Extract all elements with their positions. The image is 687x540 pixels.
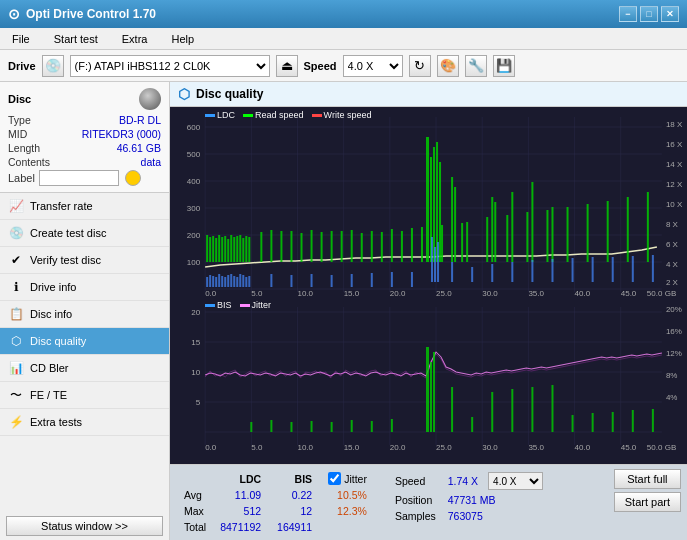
start-full-button[interactable]: Start full <box>614 469 681 489</box>
svg-text:5.0: 5.0 <box>251 289 263 297</box>
legend-write-speed: Write speed <box>324 110 372 120</box>
total-bis: 164911 <box>269 520 318 534</box>
svg-text:0.0: 0.0 <box>205 289 217 297</box>
nav-items: 📈 Transfer rate 💿 Create test disc ✔ Ver… <box>0 193 169 512</box>
legend-read-speed: Read speed <box>255 110 304 120</box>
tools-icon[interactable]: 🔧 <box>465 55 487 77</box>
disc-quality-header: ⬡ Disc quality <box>170 82 687 107</box>
drive-select[interactable]: (F:) ATAPI iHBS112 2 CL0K <box>70 55 270 77</box>
drive-eject-icon[interactable]: ⏏ <box>276 55 298 77</box>
nav-fe-te[interactable]: 〜 FE / TE <box>0 382 169 409</box>
nav-drive-info[interactable]: ℹ Drive info <box>0 274 169 301</box>
max-jitter: 12.3% <box>320 504 373 518</box>
speed-select-stats[interactable]: 4.0 X <box>488 472 543 490</box>
app-title: Opti Drive Control 1.70 <box>26 7 156 21</box>
svg-text:4%: 4% <box>666 393 678 402</box>
svg-rect-122 <box>411 272 413 287</box>
svg-rect-71 <box>260 232 262 262</box>
lower-chart-svg: 20 15 10 5 20% 16% 12% 8% 4% 0.0 5.0 10.… <box>170 297 687 452</box>
settings-icon[interactable]: 🎨 <box>437 55 459 77</box>
svg-rect-178 <box>511 389 513 432</box>
svg-rect-108 <box>230 274 232 287</box>
speed-select[interactable]: 4.0 X <box>343 55 403 77</box>
nav-disc-info[interactable]: 📋 Disc info <box>0 301 169 328</box>
start-part-button[interactable]: Start part <box>614 492 681 512</box>
svg-rect-65 <box>454 187 456 262</box>
svg-rect-134 <box>612 257 614 282</box>
nav-cd-bler[interactable]: 📊 CD Bler <box>0 355 169 382</box>
svg-text:500: 500 <box>187 150 201 159</box>
svg-rect-190 <box>572 415 574 432</box>
svg-rect-85 <box>567 207 569 262</box>
svg-rect-192 <box>612 412 614 432</box>
svg-rect-89 <box>647 192 649 262</box>
disc-label-input[interactable] <box>39 170 119 186</box>
nav-verify-test-disc[interactable]: ✔ Verify test disc <box>0 247 169 274</box>
svg-rect-189 <box>471 417 473 432</box>
svg-text:14 X: 14 X <box>666 160 683 169</box>
disc-quality-title: Disc quality <box>196 87 263 101</box>
nav-create-test-disc[interactable]: 💿 Create test disc <box>0 220 169 247</box>
svg-rect-91 <box>290 231 292 262</box>
upper-chart-legend: LDC Read speed Write speed <box>205 110 371 120</box>
mid-label: MID <box>8 128 27 140</box>
disc-section-title: Disc <box>8 93 31 105</box>
svg-rect-84 <box>546 210 548 262</box>
svg-rect-117 <box>311 274 313 287</box>
menu-file[interactable]: File <box>6 31 36 47</box>
svg-rect-90 <box>270 230 272 262</box>
label-icon[interactable] <box>125 170 141 186</box>
lower-chart-legend: BIS Jitter <box>205 300 271 310</box>
svg-rect-113 <box>245 277 247 287</box>
svg-rect-179 <box>531 387 533 432</box>
svg-text:35.0: 35.0 <box>528 443 544 452</box>
jitter-checkbox[interactable] <box>328 472 341 485</box>
svg-text:20.0: 20.0 <box>390 289 406 297</box>
maximize-button[interactable]: □ <box>640 6 658 22</box>
svg-rect-78 <box>401 231 403 262</box>
refresh-icon[interactable]: ↻ <box>409 55 431 77</box>
samples-label: Samples <box>391 509 440 523</box>
minimize-button[interactable]: − <box>619 6 637 22</box>
menu-extra[interactable]: Extra <box>116 31 154 47</box>
svg-text:10 X: 10 X <box>666 200 683 209</box>
svg-rect-72 <box>280 231 282 262</box>
svg-rect-191 <box>592 413 594 432</box>
status-window-button[interactable]: Status window >> <box>6 516 163 536</box>
svg-rect-45 <box>209 237 211 262</box>
svg-rect-184 <box>311 421 313 432</box>
svg-rect-76 <box>361 233 363 262</box>
svg-rect-105 <box>221 276 223 287</box>
create-disc-icon: 💿 <box>8 225 24 241</box>
close-button[interactable]: ✕ <box>661 6 679 22</box>
svg-rect-57 <box>245 236 247 262</box>
svg-rect-173 <box>426 347 429 432</box>
svg-rect-83 <box>526 212 528 262</box>
speed-info-table: Speed 1.74 X 4.0 X Position 47731 MB <box>389 469 549 525</box>
svg-text:15: 15 <box>191 338 200 347</box>
svg-rect-131 <box>551 259 553 282</box>
speed-label: Speed <box>304 60 337 72</box>
nav-disc-quality[interactable]: ⬡ Disc quality <box>0 328 169 355</box>
svg-rect-93 <box>331 231 333 262</box>
title-bar: ⊙ Opti Drive Control 1.70 − □ ✕ <box>0 0 687 28</box>
svg-rect-80 <box>466 222 468 262</box>
svg-rect-58 <box>248 237 250 262</box>
disc-info-icon: 📋 <box>8 306 24 322</box>
disc-icon <box>139 88 161 110</box>
nav-extra-tests[interactable]: ⚡ Extra tests <box>0 409 169 436</box>
nav-transfer-rate[interactable]: 📈 Transfer rate <box>0 193 169 220</box>
contents-label: Contents <box>8 156 50 168</box>
svg-text:4 X: 4 X <box>666 260 679 269</box>
menu-help[interactable]: Help <box>165 31 200 47</box>
disc-quality-icon: ⬡ <box>8 333 24 349</box>
save-icon[interactable]: 💾 <box>493 55 515 77</box>
svg-rect-50 <box>224 236 226 262</box>
legend-ldc: LDC <box>217 110 235 120</box>
svg-rect-74 <box>321 232 323 262</box>
svg-rect-185 <box>331 422 333 432</box>
menu-start-test[interactable]: Start test <box>48 31 104 47</box>
svg-text:10.0: 10.0 <box>297 443 313 452</box>
avg-label: Avg <box>178 488 212 502</box>
bis-header: BIS <box>269 471 318 486</box>
